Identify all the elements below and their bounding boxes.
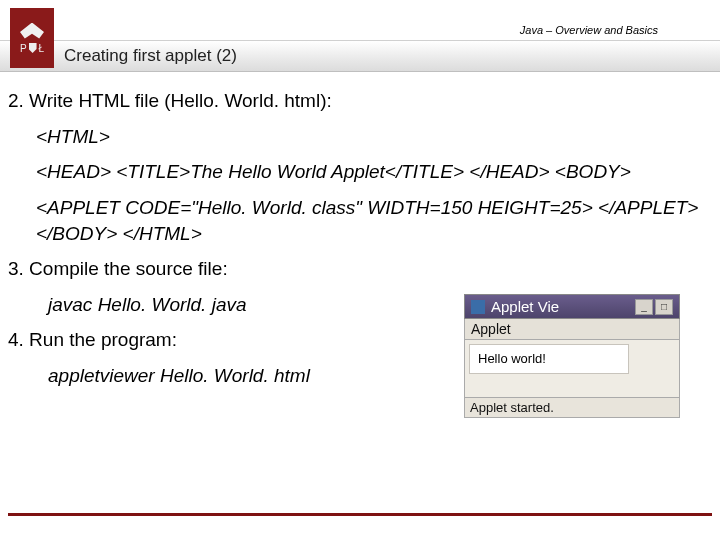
applet-output: Hello world!	[469, 344, 629, 374]
applet-status-bar: Applet started.	[464, 398, 680, 418]
java-cup-icon	[471, 300, 485, 314]
shield-icon	[29, 43, 37, 53]
step2-intro: 2. Write HTML file (Hello. World. html):	[8, 88, 712, 114]
slide-title: Creating first applet (2)	[64, 46, 237, 66]
course-label: Java – Overview and Basics	[520, 24, 658, 36]
code-line-1: <HTML>	[8, 124, 712, 150]
eagle-icon	[20, 23, 44, 39]
code-line-2: <HEAD> <TITLE>The Hello World Applet</TI…	[8, 159, 712, 185]
window-title-text: Applet Vie	[491, 298, 629, 315]
logo-letter-left: P	[20, 43, 27, 54]
step3-intro: 3. Compile the source file:	[8, 256, 712, 282]
minimize-button[interactable]: _	[635, 299, 653, 315]
university-logo: P Ł	[10, 8, 54, 68]
maximize-button[interactable]: □	[655, 299, 673, 315]
applet-viewer-window: Applet Vie _ □ Applet Hello world! Apple…	[464, 294, 680, 418]
code-line-3: <APPLET CODE="Hello. World. class" WIDTH…	[8, 195, 712, 246]
footer-divider	[8, 513, 712, 516]
applet-body: Hello world!	[464, 340, 680, 398]
window-titlebar: Applet Vie _ □	[464, 294, 680, 319]
applet-menu[interactable]: Applet	[464, 319, 680, 340]
logo-letter-right: Ł	[39, 43, 45, 54]
logo-letters: P Ł	[20, 43, 44, 54]
